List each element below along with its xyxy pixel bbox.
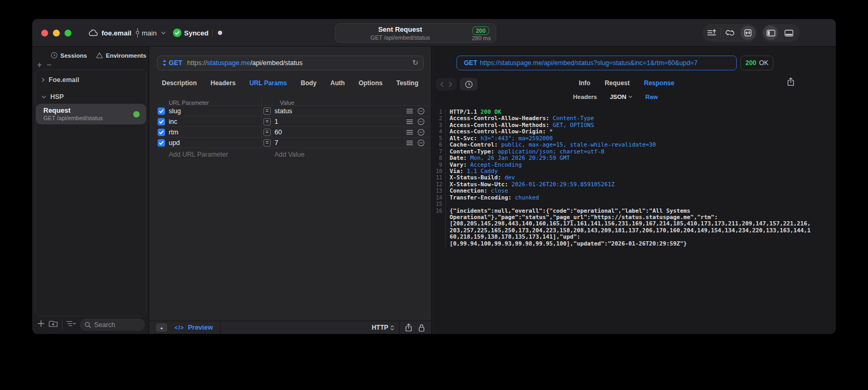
- param-checkbox-checked[interactable]: [158, 107, 165, 115]
- chevron-down-icon[interactable]: [41, 95, 47, 99]
- url-scheme: https://: [187, 59, 207, 67]
- project-name[interactable]: foe.email: [102, 29, 131, 37]
- preview-button[interactable]: </> Preview: [175, 324, 213, 331]
- desktop: foe.email main Synced Sent Request GET /…: [0, 0, 868, 390]
- new-folder-button[interactable]: [49, 320, 58, 328]
- sidebar-search-input[interactable]: Search: [80, 319, 145, 331]
- param-name-input[interactable]: rtm: [169, 129, 178, 136]
- remove-param-icon[interactable]: [417, 118, 425, 125]
- request-tab[interactable]: Options: [359, 79, 382, 90]
- branch-selector[interactable]: main: [142, 29, 157, 37]
- code-line: 8 Date: Mon, 26 Jan 2026 20:29:59 GMT: [432, 155, 836, 161]
- request-tabs: DescriptionHeadersURL ParamsBodyAuthOpti…: [149, 79, 431, 90]
- param-value-input[interactable]: 7: [275, 139, 278, 147]
- chevron-down-icon: [628, 95, 633, 98]
- response-tab[interactable]: Request: [605, 79, 629, 87]
- sort-options-button[interactable]: [66, 320, 76, 327]
- subtab-raw[interactable]: Raw: [645, 94, 658, 100]
- share-icon[interactable]: [405, 323, 412, 332]
- sent-request-url-pill[interactable]: GET https://statuspage.me/api/embed/stat…: [456, 56, 737, 70]
- param-value-input[interactable]: status: [275, 107, 292, 115]
- line-number: [432, 241, 446, 247]
- param-checkbox-checked[interactable]: [158, 118, 165, 125]
- lock-icon[interactable]: [418, 324, 425, 332]
- line-number: [432, 221, 446, 227]
- requests-list-button[interactable]: [702, 24, 720, 42]
- subtab-format-dropdown[interactable]: JSON: [610, 94, 633, 100]
- response-header-lines: 1 HTTP/1.1 200 OK 2 Access-Control-Allow…: [432, 109, 836, 208]
- code-icon: </>: [175, 324, 184, 331]
- param-row[interactable]: upd = 7: [157, 137, 430, 148]
- remove-param-icon[interactable]: [417, 129, 425, 136]
- request-tab[interactable]: URL Params: [249, 79, 287, 90]
- remove-param-icon[interactable]: [417, 107, 425, 115]
- method-select[interactable]: GET: [169, 59, 182, 67]
- sync-status-label: Synced: [184, 29, 208, 37]
- request-tab[interactable]: Testing: [396, 79, 418, 90]
- remove-param-icon[interactable]: [417, 139, 425, 147]
- param-row[interactable]: inc = 1: [157, 116, 430, 126]
- method-stepper-icon[interactable]: [162, 60, 167, 66]
- import-request-button[interactable]: [739, 24, 757, 42]
- new-request-button[interactable]: [38, 320, 44, 327]
- line-number: 10: [432, 168, 446, 175]
- add-session-button[interactable]: +: [37, 60, 42, 70]
- param-checkbox-checked[interactable]: [158, 139, 165, 147]
- param-menu-icon[interactable]: [406, 119, 413, 124]
- titlebar-divider: [212, 29, 213, 37]
- raw-response-view[interactable]: 1 HTTP/1.1 200 OK 2 Access-Control-Allow…: [432, 107, 836, 334]
- remove-session-button[interactable]: −: [47, 60, 51, 70]
- toggle-sidebar-button[interactable]: [762, 24, 780, 42]
- param-row[interactable]: slug = status: [157, 105, 430, 116]
- request-tab[interactable]: Description: [162, 79, 197, 90]
- minimize-window-button[interactable]: [53, 30, 60, 37]
- response-tab[interactable]: Response: [644, 79, 674, 87]
- request-tab[interactable]: Headers: [211, 79, 235, 90]
- param-value-input[interactable]: 60: [275, 129, 282, 136]
- equals-operator-icon: =: [263, 107, 271, 115]
- url-input[interactable]: https://statuspage.me/api/embed/status: [187, 59, 303, 67]
- param-checkbox-checked[interactable]: [158, 129, 165, 136]
- param-name-input[interactable]: slug: [169, 107, 181, 115]
- param-name-input[interactable]: upd: [169, 139, 180, 147]
- sent-request-summary[interactable]: Sent Request GET /api/embed/status 200 2…: [335, 23, 496, 43]
- sidebar: Sessions Environments + − Foe.email: [32, 47, 149, 334]
- request-tab[interactable]: Body: [301, 79, 317, 90]
- equals-operator-icon: =: [263, 129, 271, 136]
- response-tab[interactable]: Info: [579, 79, 590, 87]
- tab-sessions[interactable]: Sessions: [51, 52, 87, 59]
- chevron-down-icon[interactable]: [161, 31, 166, 35]
- chevron-right-icon[interactable]: [41, 77, 45, 83]
- subtab-headers[interactable]: Headers: [573, 94, 597, 100]
- tab-environments-label: Environments: [106, 52, 147, 59]
- param-row[interactable]: rtm = 60: [157, 126, 430, 137]
- protocol-stepper-icon[interactable]: [390, 325, 394, 331]
- request-url-bar[interactable]: GET https://statuspage.me/api/embed/stat…: [157, 56, 424, 70]
- request-tab[interactable]: Auth: [331, 79, 345, 90]
- param-name-input[interactable]: inc: [169, 118, 177, 125]
- param-value-input[interactable]: 1: [275, 118, 278, 125]
- request-editor-pane: GET https://statuspage.me/api/embed/stat…: [149, 47, 432, 334]
- collapse-panel-button[interactable]: ▲: [156, 323, 167, 332]
- sidebar-bottom-bar: Search: [32, 316, 149, 334]
- param-menu-icon[interactable]: [406, 130, 413, 135]
- clock-icon: [51, 52, 58, 59]
- tree-item-foe-email[interactable]: Foe.email: [41, 76, 79, 84]
- tab-environments[interactable]: Environments: [96, 52, 147, 59]
- export-response-icon[interactable]: [787, 77, 794, 86]
- tree-item-hsp[interactable]: HSP: [41, 93, 64, 101]
- protocol-select[interactable]: HTTP: [372, 324, 388, 331]
- line-number: [432, 228, 446, 234]
- request-list-item-selected[interactable]: Request GET /api/embed/status: [36, 104, 146, 124]
- line-number: 13: [432, 188, 446, 194]
- add-value-placeholder[interactable]: Add Value: [275, 151, 305, 158]
- zoom-window-button[interactable]: [65, 30, 71, 37]
- add-url-parameter-placeholder[interactable]: Add URL Parameter: [169, 151, 228, 158]
- toggle-bottom-panel-button[interactable]: [780, 24, 798, 42]
- param-menu-icon[interactable]: [406, 108, 413, 114]
- sync-loop-button[interactable]: [721, 24, 739, 42]
- close-window-button[interactable]: [41, 30, 48, 37]
- resend-request-icon[interactable]: ↻: [412, 58, 418, 67]
- param-menu-icon[interactable]: [406, 140, 413, 146]
- code-line: 10 Via: 1.1 Caddy: [432, 168, 836, 175]
